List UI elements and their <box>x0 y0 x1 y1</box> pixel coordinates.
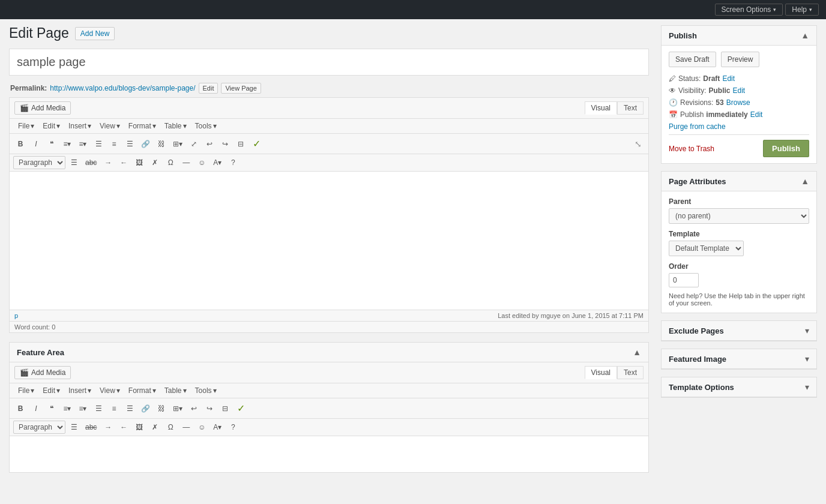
feature-area-header[interactable]: Feature Area ▲ <box>10 343 648 362</box>
feature-visual-tab[interactable]: Visual <box>585 366 617 379</box>
blockquote-button[interactable]: ❝ <box>44 138 59 150</box>
status-edit-link[interactable]: Edit <box>722 74 735 83</box>
publish-button[interactable]: Publish <box>763 140 809 157</box>
feature-text-tab[interactable]: Text <box>617 366 644 379</box>
feature-editor-content[interactable] <box>10 436 648 472</box>
publish-collapse-button[interactable]: ▲ <box>801 31 809 40</box>
featured-image-header[interactable]: Featured Image ▾ <box>662 349 816 369</box>
order-input[interactable] <box>669 273 699 287</box>
feature-menu-tools[interactable]: Tools ▾ <box>191 385 220 396</box>
save-draft-button[interactable]: Save Draft <box>669 52 716 67</box>
template-options-header[interactable]: Template Options ▾ <box>662 377 816 397</box>
view-page-button[interactable]: View Page <box>221 83 261 94</box>
template-select[interactable]: Default Template <box>669 241 744 256</box>
undo-button[interactable]: ↩ <box>202 138 217 150</box>
add-media-button[interactable]: 🎬 Add Media <box>14 101 71 115</box>
numbered-button[interactable]: ≡▾ <box>76 138 90 150</box>
menu-edit[interactable]: Edit ▾ <box>39 121 64 131</box>
permalink-url[interactable]: http://www.valpo.edu/blogs-dev/sample-pa… <box>50 84 195 92</box>
fullscreen-button[interactable]: ⤢ <box>187 138 201 150</box>
formats-button[interactable]: ☰ <box>67 157 81 169</box>
feature-area-collapse-button[interactable]: ▲ <box>633 347 641 357</box>
redo-button[interactable]: ↪ <box>218 138 232 150</box>
feature-menu-insert[interactable]: Insert ▾ <box>65 385 95 396</box>
feature-numbered-button[interactable]: ≡▾ <box>76 403 90 415</box>
feature-bold-button[interactable]: B <box>13 403 28 415</box>
feature-add-media-button[interactable]: 🎬 Add Media <box>14 366 71 379</box>
feature-emoji-button[interactable]: ☺ <box>194 421 209 433</box>
feature-strikethrough-button[interactable]: abc <box>82 421 100 433</box>
feature-hr-button[interactable]: — <box>179 421 193 433</box>
feature-undo-button[interactable]: ↩ <box>187 403 201 415</box>
feature-menu-view[interactable]: View ▾ <box>96 385 124 396</box>
feature-insert-image-button[interactable]: 🖼 <box>132 421 146 433</box>
move-to-trash-button[interactable]: Move to Trash <box>669 145 714 153</box>
help-button[interactable]: Help ▾ <box>785 4 819 16</box>
expand-editor-button[interactable]: ⤡ <box>632 137 645 151</box>
align-left-button[interactable]: ☰ <box>91 138 106 150</box>
table-button[interactable]: ⊞▾ <box>170 138 185 150</box>
outdent-button[interactable]: ← <box>116 157 131 169</box>
visual-tab[interactable]: Visual <box>585 101 617 115</box>
feature-font-color-button[interactable]: A▾ <box>210 421 225 433</box>
feature-clear-format-button[interactable]: ✗ <box>148 421 162 433</box>
feature-outdent-button[interactable]: ← <box>116 421 131 433</box>
menu-table[interactable]: Table ▾ <box>161 121 190 131</box>
emoji-button[interactable]: ☺ <box>194 157 209 169</box>
paragraph-select[interactable]: Paragraph <box>13 156 65 169</box>
feature-italic-button[interactable]: I <box>29 403 43 415</box>
feature-spellcheck-button[interactable]: ✓ <box>234 401 248 416</box>
post-title-input[interactable] <box>10 49 648 75</box>
feature-align-left-button[interactable]: ☰ <box>91 403 106 415</box>
bullets-button[interactable]: ≡▾ <box>60 138 74 150</box>
revisions-browse-link[interactable]: Browse <box>726 98 750 107</box>
spellcheck-button[interactable]: ✓ <box>249 136 264 151</box>
feature-bullets-button[interactable]: ≡▾ <box>60 403 74 415</box>
feature-align-center-button[interactable]: ≡ <box>107 403 121 415</box>
add-new-button[interactable]: Add New <box>75 27 115 40</box>
special-char-button[interactable]: Ω <box>163 157 178 169</box>
page-attributes-collapse-button[interactable]: ▲ <box>801 176 809 186</box>
feature-paragraph-select[interactable]: Paragraph <box>13 421 65 434</box>
insert-image-button[interactable]: 🖼 <box>132 157 146 169</box>
text-tab[interactable]: Text <box>617 101 644 115</box>
feature-menu-table[interactable]: Table ▾ <box>161 385 190 396</box>
feature-blockquote-button[interactable]: ❝ <box>44 403 59 415</box>
exclude-pages-header[interactable]: Exclude Pages ▾ <box>662 321 816 341</box>
bold-button[interactable]: B <box>13 138 28 150</box>
indent-button[interactable]: → <box>101 157 115 169</box>
font-color-button[interactable]: A▾ <box>210 157 225 169</box>
feature-toolbar-toggle-button[interactable]: ⊟ <box>218 403 232 415</box>
purge-cache-link[interactable]: Purge from cache <box>669 122 809 131</box>
editor1-content[interactable] <box>10 172 648 310</box>
unlink-button[interactable]: ⛓ <box>154 138 169 150</box>
toolbar-toggle-button[interactable]: ⊟ <box>234 138 248 150</box>
exclude-pages-collapse-button[interactable]: ▾ <box>805 326 809 335</box>
feature-redo-button[interactable]: ↪ <box>202 403 217 415</box>
feature-formats-button[interactable]: ☰ <box>67 421 81 433</box>
parent-select[interactable]: (no parent) <box>669 208 809 224</box>
visibility-edit-link[interactable]: Edit <box>732 86 745 95</box>
strikethrough-button[interactable]: abc <box>82 157 100 169</box>
feature-menu-format[interactable]: Format ▾ <box>125 385 160 396</box>
link-button[interactable]: 🔗 <box>138 138 153 150</box>
feature-link-button[interactable]: 🔗 <box>138 403 153 415</box>
featured-image-collapse-button[interactable]: ▾ <box>805 354 809 364</box>
publish-edit-link[interactable]: Edit <box>750 110 763 119</box>
align-center-button[interactable]: ≡ <box>107 138 121 150</box>
feature-table-button[interactable]: ⊞▾ <box>170 403 185 415</box>
clear-format-button[interactable]: ✗ <box>148 157 162 169</box>
menu-tools[interactable]: Tools ▾ <box>191 121 220 131</box>
feature-help-button-tb[interactable]: ? <box>226 421 240 433</box>
menu-file[interactable]: File ▾ <box>14 121 38 131</box>
hr-button[interactable]: — <box>179 157 193 169</box>
feature-menu-file[interactable]: File ▾ <box>14 385 38 396</box>
screen-options-button[interactable]: Screen Options ▾ <box>715 4 783 16</box>
menu-insert[interactable]: Insert ▾ <box>65 121 95 131</box>
feature-align-right-button[interactable]: ☰ <box>122 403 137 415</box>
preview-button[interactable]: Preview <box>721 52 760 67</box>
help-button-tb[interactable]: ? <box>226 157 240 169</box>
italic-button[interactable]: I <box>29 138 43 150</box>
feature-special-char-button[interactable]: Ω <box>163 421 178 433</box>
align-right-button[interactable]: ☰ <box>122 138 137 150</box>
